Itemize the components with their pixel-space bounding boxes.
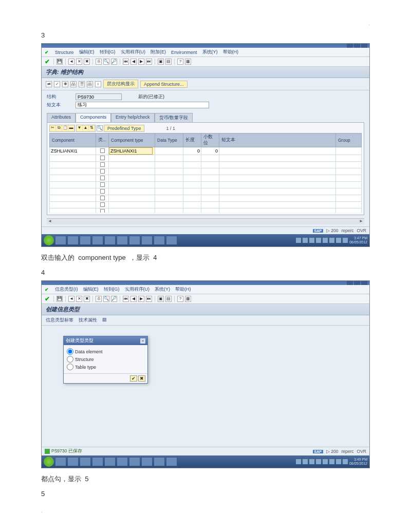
taskbar-app-icon[interactable] xyxy=(80,236,91,245)
other-obj-icon[interactable]: 品 xyxy=(87,81,93,87)
tab-entry-help[interactable]: Entry help/check xyxy=(111,113,155,122)
first-page-icon[interactable]: ⏮ xyxy=(123,296,129,302)
menu-structure[interactable]: Structure xyxy=(55,50,74,55)
shortcut-icon[interactable]: ▤ xyxy=(165,59,172,65)
menu-utilities[interactable]: 实用程序(U) xyxy=(125,286,150,293)
prev-page-icon[interactable]: ◀ xyxy=(130,59,137,65)
tray-icon[interactable] xyxy=(336,459,341,464)
col-shorttext[interactable]: 短文本 xyxy=(219,134,336,147)
menu-edit[interactable]: 编辑(E) xyxy=(79,49,95,55)
shorttext-field[interactable] xyxy=(76,102,209,108)
find-next-icon[interactable]: 🔎 xyxy=(111,296,117,302)
table-row[interactable] xyxy=(50,188,362,195)
layout-icon[interactable]: ▦ xyxy=(185,59,191,65)
radio-data-element[interactable] xyxy=(67,348,73,355)
tray-icon[interactable] xyxy=(343,238,348,243)
save-icon[interactable]: 💾 xyxy=(57,296,63,302)
enter-icon[interactable]: ✔ xyxy=(45,58,50,65)
taskbar-app-icon[interactable] xyxy=(55,236,66,245)
taskbar-app-icon[interactable] xyxy=(141,457,153,466)
last-page-icon[interactable]: ⏭ xyxy=(146,296,152,302)
tray-icon[interactable] xyxy=(329,459,334,464)
menu-help[interactable]: 帮助(H) xyxy=(175,286,191,293)
cell-decimals[interactable] xyxy=(201,148,219,154)
taskbar-app-icon[interactable] xyxy=(166,457,177,466)
max-button[interactable] xyxy=(354,281,360,285)
expand-icon[interactable]: ▼ xyxy=(77,125,83,131)
menu-help[interactable]: 帮助(H) xyxy=(223,49,239,55)
table-row[interactable] xyxy=(50,208,362,213)
dialog-close-icon[interactable]: × xyxy=(140,338,145,344)
menu-extras[interactable]: 附加(E) xyxy=(151,49,166,55)
col-component[interactable]: Component xyxy=(50,134,96,147)
print-icon[interactable]: ⎙ xyxy=(96,59,102,65)
table-row[interactable] xyxy=(50,147,362,155)
min-button[interactable] xyxy=(347,281,353,285)
taskbar-app-icon[interactable] xyxy=(117,236,128,245)
taskbar-app-icon[interactable] xyxy=(154,236,165,245)
first-page-icon[interactable]: ⏮ xyxy=(123,59,129,65)
menu-system[interactable]: 系统(Y) xyxy=(202,49,218,55)
menu-environment[interactable]: Environment xyxy=(171,50,197,55)
table-row[interactable] xyxy=(50,162,362,168)
tray-icon[interactable] xyxy=(309,459,314,464)
back-icon[interactable]: ◄ xyxy=(68,296,74,302)
new-session-icon[interactable]: ▣ xyxy=(158,296,164,302)
taskbar-app-icon[interactable] xyxy=(129,457,140,466)
taskbar-app-icon[interactable] xyxy=(166,236,177,245)
back-icon[interactable]: ◄ xyxy=(68,59,74,65)
tray-icon[interactable] xyxy=(343,459,348,464)
find-next-icon[interactable]: 🔎 xyxy=(111,59,117,65)
exit-icon[interactable]: ✕ xyxy=(76,296,82,302)
menu-utilities[interactable]: 实用程序(U) xyxy=(121,49,146,55)
cell-component[interactable] xyxy=(50,148,96,154)
copy-icon[interactable]: ⧉ xyxy=(56,125,62,131)
close-button[interactable] xyxy=(361,44,367,48)
next-page-icon[interactable]: ▶ xyxy=(138,296,144,302)
taskbar-app-icon[interactable] xyxy=(67,457,79,466)
taskbar-app-icon[interactable] xyxy=(104,457,116,466)
expand-icon[interactable]: ▨ xyxy=(102,317,107,324)
subtab-infotype-label[interactable]: 信息类型标签 xyxy=(46,317,73,324)
dialog-ok-button[interactable]: ✔ xyxy=(130,375,137,382)
check-icon[interactable]: ✓ xyxy=(54,81,60,87)
cancel-icon[interactable]: ✖ xyxy=(84,59,90,65)
radio-structure[interactable] xyxy=(67,356,73,363)
tray-icon[interactable] xyxy=(303,459,308,464)
table-row[interactable] xyxy=(50,175,362,182)
tray-icon[interactable] xyxy=(329,238,334,243)
collapse-icon[interactable]: ▲ xyxy=(83,125,89,131)
max-button[interactable] xyxy=(354,44,360,48)
save-icon[interactable]: 💾 xyxy=(57,59,63,65)
toggle-icon[interactable]: ⇄ xyxy=(46,81,52,87)
search-help-icon[interactable]: 🔍 xyxy=(97,125,103,131)
dialog-cancel-button[interactable]: ✖ xyxy=(138,375,145,382)
where-used-icon[interactable]: 品 xyxy=(70,81,77,87)
min-button[interactable] xyxy=(347,44,353,48)
hierarchy-display-button[interactable]: 层次结构显示 xyxy=(103,80,138,88)
taskbar-app-icon[interactable] xyxy=(55,457,66,466)
table-row[interactable] xyxy=(50,155,362,162)
start-button[interactable] xyxy=(44,235,54,245)
delete-row-icon[interactable]: ▬ xyxy=(68,125,74,131)
taskbar-app-icon[interactable] xyxy=(104,236,116,245)
activate-icon[interactable]: ❋ xyxy=(62,81,68,87)
tray-icon[interactable] xyxy=(316,459,321,464)
predefined-type-button[interactable]: Predefined Type xyxy=(104,125,144,132)
cell-data-type[interactable] xyxy=(155,148,183,154)
menu-goto[interactable]: 转到(G) xyxy=(104,286,120,293)
radio-table-type[interactable] xyxy=(67,364,73,370)
taskbar-app-icon[interactable] xyxy=(141,236,153,245)
col-typing[interactable]: 类... xyxy=(96,134,109,147)
close-button[interactable] xyxy=(361,281,367,285)
cell-length[interactable] xyxy=(183,148,201,154)
help-icon[interactable]: ? xyxy=(177,59,183,65)
table-row[interactable] xyxy=(50,182,362,188)
table-row[interactable] xyxy=(50,202,362,208)
tray-icon[interactable] xyxy=(336,238,341,243)
tray-icon[interactable] xyxy=(296,459,301,464)
taskbar-app-icon[interactable] xyxy=(67,236,79,245)
taskbar-app-icon[interactable] xyxy=(80,457,91,466)
col-group[interactable]: Group xyxy=(336,134,362,147)
tray-icon[interactable] xyxy=(323,238,328,243)
